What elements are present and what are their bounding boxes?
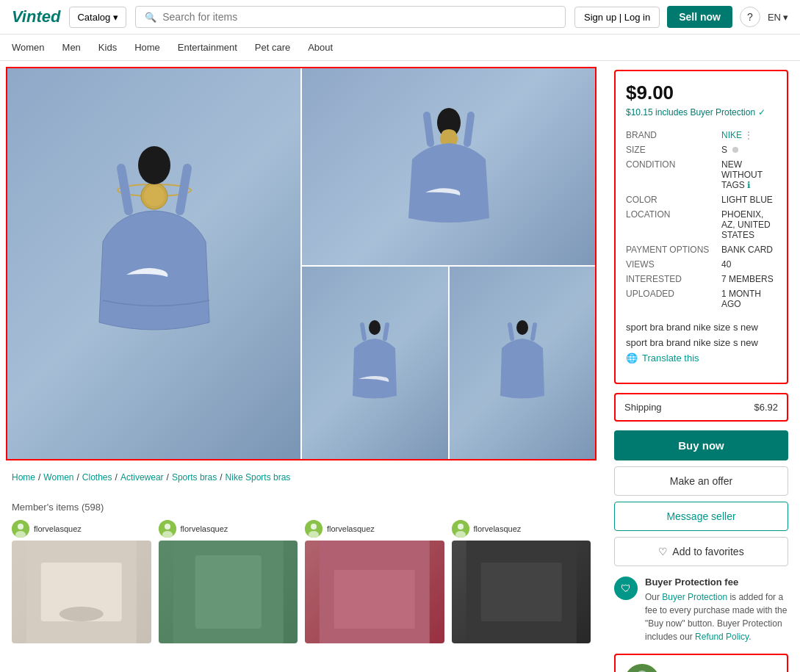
interested-value: 7 MEMBERS <box>721 272 776 286</box>
sell-label: Sell now <box>679 11 721 23</box>
avatar <box>305 520 322 538</box>
lang-label: EN <box>768 12 781 23</box>
payment-label: PAYMENT OPTIONS <box>626 242 721 257</box>
breadcrumb-home[interactable]: Home <box>12 472 35 483</box>
product-image-bottom-left[interactable] <box>302 267 448 459</box>
header: Vinted Catalog ▾ 🔍 Sign up | Log in Sell… <box>0 0 800 35</box>
sell-button[interactable]: Sell now <box>667 6 732 28</box>
nav-item-men[interactable]: Men <box>62 42 81 53</box>
add-to-favorites-label: Add to favorites <box>672 546 743 557</box>
member-item-image[interactable] <box>452 541 591 643</box>
protection-icon: ✓ <box>758 107 765 118</box>
svg-rect-29 <box>480 563 561 621</box>
signin-label: Sign up | Log in <box>584 12 650 23</box>
svg-point-16 <box>165 524 170 530</box>
search-input[interactable] <box>162 11 556 23</box>
refund-policy-link[interactable]: Refund Policy <box>695 632 749 642</box>
seller-info-left: florvelasquez ★★★★★ 255 <box>624 664 732 672</box>
translate-label: Translate this <box>642 353 699 364</box>
make-offer-label: Make an offer <box>670 475 732 487</box>
nav-item-home[interactable]: Home <box>134 42 160 53</box>
nav-item-women[interactable]: Women <box>12 42 45 53</box>
brand-value: NIKE ⋮ <box>721 128 776 142</box>
nav-item-about[interactable]: About <box>308 42 333 53</box>
price-with-protection: $10.15 includes Buyer Protection ✓ <box>626 107 776 118</box>
svg-rect-19 <box>195 555 261 629</box>
condition-info-icon[interactable]: ℹ <box>747 180 751 190</box>
member-items-section: Member's items (598) florvelasquez <box>12 494 591 643</box>
member-user-row: florvelasquez <box>452 520 591 538</box>
uploaded-value: 1 MONTH AGO <box>721 286 776 311</box>
help-icon: ? <box>747 11 753 23</box>
breadcrumb-nike-sports-bras[interactable]: Nike Sports bras <box>226 472 291 483</box>
seller-top-row: florvelasquez ★★★★★ 255 › <box>624 664 778 672</box>
buyer-protection-text: Our Buyer Protection is added for a fee … <box>645 590 788 643</box>
breadcrumb-activewear[interactable]: Activewear <box>120 472 164 483</box>
nav-item-kids[interactable]: Kids <box>98 42 117 53</box>
avatar[interactable] <box>624 664 660 672</box>
svg-rect-24 <box>334 570 415 629</box>
catalog-label: Catalog <box>77 12 110 23</box>
svg-point-2 <box>144 186 165 206</box>
right-column: $9.00 $10.15 includes Buyer Protection ✓… <box>602 61 800 672</box>
help-button[interactable]: ? <box>740 7 760 27</box>
seller-card: florvelasquez ★★★★★ 255 › 📍 Phoenix, AZ,… <box>614 654 788 672</box>
location-value: PHOENIX, AZ, UNITED STATES <box>721 207 776 242</box>
sport-bra-top-right-svg <box>390 101 508 233</box>
avatar <box>12 520 29 538</box>
svg-point-3 <box>138 146 170 184</box>
product-image-main[interactable] <box>7 68 300 459</box>
table-row: UPLOADED 1 MONTH AGO <box>626 286 776 311</box>
shipping-label: Shipping <box>624 402 662 413</box>
nav-item-entertainment[interactable]: Entertainment <box>178 42 237 53</box>
translate-button[interactable]: 🌐 Translate this <box>626 353 776 364</box>
svg-point-26 <box>458 524 464 530</box>
size-label: SIZE <box>626 142 721 157</box>
breadcrumb-clothes[interactable]: Clothes <box>82 472 112 483</box>
table-row: PAYMENT OPTIONS BANK CARD <box>626 242 776 257</box>
buyer-protection-link[interactable]: Buyer Protection <box>662 592 727 602</box>
catalog-button[interactable]: Catalog ▾ <box>69 7 126 28</box>
language-button[interactable]: EN ▾ <box>768 12 788 23</box>
svg-rect-33 <box>624 664 660 672</box>
member-username[interactable]: florvelasquez <box>34 524 82 533</box>
member-item-image[interactable] <box>12 541 151 643</box>
buy-now-label: Buy now <box>678 439 724 452</box>
buyer-protection-title: Buyer Protection fee <box>645 577 788 588</box>
breadcrumb-sports-bras[interactable]: Sports bras <box>172 472 217 483</box>
avatar <box>452 520 469 538</box>
more-icon[interactable]: ⋮ <box>744 130 753 140</box>
product-image-bottom-right[interactable] <box>450 267 596 459</box>
list-item: florvelasquez <box>159 520 298 643</box>
table-row: INTERESTED 7 MEMBERS <box>626 272 776 286</box>
product-image-top-right[interactable] <box>302 68 595 265</box>
member-username[interactable]: florvelasquez <box>474 524 522 533</box>
make-offer-button[interactable]: Make an offer <box>614 466 788 496</box>
product-images-bottom-right <box>302 267 595 459</box>
color-label: COLOR <box>626 192 721 207</box>
logo[interactable]: Vinted <box>12 7 60 26</box>
signin-button[interactable]: Sign up | Log in <box>574 7 660 28</box>
breadcrumb-women[interactable]: Women <box>43 472 73 483</box>
buy-now-button[interactable]: Buy now <box>614 430 788 460</box>
size-indicator-dot <box>732 147 738 153</box>
globe-icon: 🌐 <box>626 353 638 364</box>
sport-bra-small2-svg <box>493 319 552 407</box>
message-seller-button[interactable]: Message seller <box>614 502 788 531</box>
payment-value: BANK CARD <box>721 242 776 257</box>
member-username[interactable]: florvelasquez <box>327 524 375 533</box>
search-icon: 🔍 <box>145 12 156 23</box>
member-item-image[interactable] <box>159 541 298 643</box>
buyer-protection-content: Buyer Protection fee Our Buyer Protectio… <box>645 577 788 643</box>
size-value: S <box>721 142 776 157</box>
uploaded-label: UPLOADED <box>626 286 721 311</box>
svg-point-8 <box>516 320 528 335</box>
left-column: Home / Women / Clothes / Activewear / Sp… <box>0 61 602 672</box>
brand-link[interactable]: NIKE <box>721 130 742 140</box>
nav-item-petcare[interactable]: Pet care <box>255 42 290 53</box>
member-username[interactable]: florvelasquez <box>181 524 228 533</box>
member-user-row: florvelasquez <box>305 520 444 538</box>
breadcrumb: Home / Women / Clothes / Activewear / Sp… <box>0 466 602 488</box>
add-to-favorites-button[interactable]: ♡ Add to favorites <box>614 537 788 566</box>
member-item-image[interactable] <box>305 541 444 643</box>
